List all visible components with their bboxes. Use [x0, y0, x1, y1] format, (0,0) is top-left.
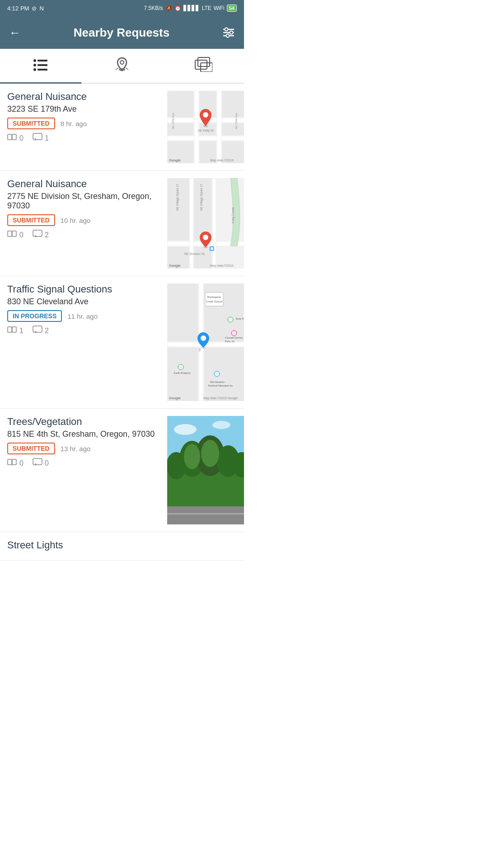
request-address: 3223 SE 179th Ave [7, 104, 163, 114]
svg-rect-23 [194, 91, 199, 163]
request-info: Trees/Vegetation 815 NE 4th St, Gresham,… [7, 416, 167, 524]
svg-rect-91 [33, 458, 42, 465]
svg-point-93 [174, 424, 197, 435]
list-icon [33, 57, 49, 75]
svg-rect-47 [212, 178, 216, 269]
svg-text:Bora Parts Inc: Bora Parts Inc [236, 317, 244, 320]
svg-rect-9 [38, 64, 47, 66]
list-item[interactable]: Street Lights [0, 532, 244, 561]
mute-icon: 🔕 [165, 5, 172, 11]
comment-number: 1 [45, 134, 49, 142]
tab-map[interactable] [81, 49, 163, 83]
map-thumbnail: Burlingame Creek School Bora Parts Inc C… [167, 283, 244, 401]
svg-text:Google: Google [169, 264, 181, 268]
svg-rect-51 [194, 247, 211, 269]
svg-rect-41 [8, 231, 12, 236]
svg-text:SE Kelly St: SE Kelly St [197, 129, 213, 132]
request-category: Street Lights [7, 539, 244, 551]
request-category: General Nuisance [7, 91, 163, 103]
svg-text:NE Division St: NE Division St [184, 252, 205, 255]
svg-point-8 [33, 64, 36, 66]
list-item[interactable]: General Nuisance 3223 SE 179th Ave SUBMI… [0, 84, 244, 171]
gallery-icon [194, 57, 212, 75]
svg-text:Map data ©2019: Map data ©2019 [210, 159, 234, 162]
time: 4:12 PM [7, 5, 29, 12]
status-left: 4:12 PM ⊘ N [7, 5, 44, 12]
svg-rect-61 [8, 327, 12, 332]
request-address: 830 NE Cleveland Ave [7, 297, 163, 307]
header: ← Nearby Requests [0, 16, 244, 49]
map-thumbnail: SE Kelly St SE 178th Ave SE 179th Ave Go… [167, 91, 244, 163]
svg-point-74 [228, 317, 233, 322]
vote-number: 0 [19, 134, 23, 142]
alarm-icon: ⏰ [174, 5, 181, 11]
status-bar: 4:12 PM ⊘ N 7.5KB/s 🔕 ⏰ ▋▋▋▋ LTE WiFi 54 [0, 0, 244, 16]
map-thumbnail: NE Village Squire Ct NE Village Squire C… [167, 178, 244, 269]
svg-rect-19 [33, 133, 42, 140]
tab-list[interactable] [0, 49, 81, 83]
svg-text:Rist Industries -: Rist Industries - [210, 381, 226, 383]
svg-point-76 [231, 330, 237, 336]
vote-count: 1 [7, 326, 23, 336]
vote-number: 1 [19, 327, 23, 335]
svg-rect-27 [222, 91, 244, 117]
filter-button[interactable] [222, 26, 235, 39]
comment-number: 2 [45, 327, 49, 335]
svg-text:Parts, Inc: Parts, Inc [225, 340, 235, 343]
svg-point-13 [119, 69, 125, 71]
time-ago: 13 hr. ago [61, 445, 91, 453]
status-badge: SUBMITTED [7, 443, 55, 454]
comment-count: 0 [33, 458, 49, 468]
svg-rect-42 [12, 231, 16, 236]
request-info: Traffic Signal Questions 830 NE Clevelan… [7, 283, 167, 401]
svg-point-86 [201, 335, 206, 341]
svg-rect-25 [167, 91, 193, 117]
svg-text:Google: Google [169, 158, 181, 162]
status-badge: IN PROGRESS [7, 310, 62, 322]
request-list: General Nuisance 3223 SE 179th Ave SUBMI… [0, 84, 244, 561]
svg-rect-90 [12, 459, 16, 465]
page-title: Nearby Requests [21, 26, 222, 40]
time-ago: 11 hr. ago [67, 312, 98, 320]
svg-rect-70 [204, 348, 244, 401]
request-info: General Nuisance 3223 SE 179th Ave SUBMI… [7, 91, 167, 163]
battery-indicator: 54 [227, 5, 237, 12]
vote-icon [7, 230, 17, 240]
request-address: 2775 NE Division St, Gresham, Oregon, 97… [7, 192, 163, 211]
list-item[interactable]: Traffic Signal Questions 830 NE Clevelan… [0, 276, 244, 409]
svg-text:Map data ©2019: Map data ©2019 [210, 264, 234, 268]
svg-point-102 [201, 440, 219, 467]
request-counts: 0 0 [7, 458, 163, 468]
back-button[interactable]: ← [9, 26, 21, 40]
vote-count: 0 [7, 133, 23, 143]
svg-text:Earth Products: Earth Products [174, 372, 191, 374]
comment-count: 2 [33, 230, 49, 240]
svg-text:NE Village Squire Ct: NE Village Squire Ct [176, 184, 179, 211]
list-item[interactable]: General Nuisance 2775 NE Division St, Gr… [0, 171, 244, 276]
comment-icon [33, 458, 42, 468]
vote-icon [7, 458, 17, 468]
svg-rect-18 [12, 134, 16, 140]
request-counts: 0 2 [7, 230, 163, 240]
svg-text:NE Village Squire Ct: NE Village Squire Ct [200, 184, 203, 211]
comment-icon [33, 133, 42, 143]
vote-count: 0 [7, 458, 23, 468]
tab-gallery[interactable] [163, 49, 244, 83]
list-item[interactable]: Trees/Vegetation 815 NE 4th St, Gresham,… [0, 409, 244, 532]
svg-rect-67 [167, 283, 198, 341]
comment-count: 2 [33, 326, 49, 336]
svg-point-1 [225, 28, 228, 31]
photo-thumbnail [167, 416, 244, 524]
status-badge: SUBMITTED [7, 118, 55, 129]
svg-point-38 [203, 112, 208, 118]
svg-rect-24 [217, 91, 221, 163]
svg-rect-22 [167, 136, 244, 141]
svg-point-79 [178, 364, 183, 370]
svg-rect-89 [8, 459, 12, 465]
svg-point-3 [230, 31, 233, 34]
svg-rect-69 [167, 348, 198, 401]
svg-text:Cascade German: Cascade German [225, 336, 243, 339]
svg-rect-11 [38, 69, 47, 71]
vote-icon [7, 133, 17, 143]
comment-count: 1 [33, 133, 49, 143]
